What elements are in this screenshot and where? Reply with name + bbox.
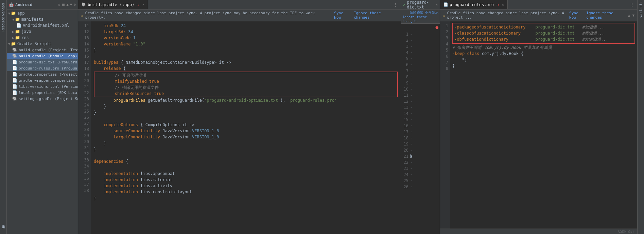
tree-label: gradle.properties (Project Pro... [19,72,78,77]
tree-item-libs-versions[interactable]: 📄 libs.versions.toml (Version Cat... [7,83,78,90]
tree-item-gradle-scripts[interactable]: ▼ 📁 Gradle Scripts [7,41,78,47]
code-line: # 保留并不混淆 com.yrj.dy.Hook 类及其所有成员 [452,44,635,51]
code-line: implementation libs.appcompat [94,171,398,177]
tree-item-gradle-wrapper[interactable]: 📄 gradle-wrapper.properties (G... [7,77,78,83]
tab-label: build.gradle (:app) [88,2,134,7]
tree-item-build-gradle-module[interactable]: 🐘 build.gradle (Module :app) [7,53,78,59]
code-line: -keep class com.yrj.dy.Hook { [452,51,635,57]
scroll-down-icon[interactable]: ▼ [632,13,634,18]
code-line: targetSdk 34 [94,29,398,35]
rules-code-content[interactable]: -packageobfuscationdictionary proguard-d… [450,21,637,229]
tab-label-dic: proguard-dic.txt [407,0,433,9]
code-line: minSdk 24 [94,23,398,29]
tab-more-btn-right[interactable]: ⋮ [627,2,637,7]
code-line: minifyEnabled true [95,78,397,84]
code-line: implementation libs.activity [94,183,398,189]
error-indicator: ● [401,24,440,31]
sync-now-link-right[interactable]: Sync Now [569,11,584,20]
tree-item-app[interactable]: ▼ 📁 app [7,10,78,16]
tab-close-rules[interactable]: ✕ [502,3,504,6]
code-line: } [94,110,398,116]
chevron-right-icon: ▶ [12,30,14,34]
tab-close-dic[interactable]: ✕ [436,3,438,6]
dic-no-show-text: 不再显示 [425,10,438,15]
sync-now-link[interactable]: Sync Now [334,11,352,20]
tab-build-gradle[interactable]: 🐘 build.gradle (:app) → ✕ [78,0,148,9]
code-line: compileOptions { CompileOptions it -> [94,122,398,128]
code-line: shrinkResources true [95,91,397,97]
line-numbers-right: 12345 678 [440,21,450,229]
notification-text-right: Gradle files have changed since last pro… [447,11,567,20]
gradle-icon: 🐘 [12,54,17,58]
tree-item-androidmanifest[interactable]: 📄 AndroidManifest.xml [7,22,78,28]
right-toolbar: variants [637,0,644,234]
tree-item-settings-gradle[interactable]: 🐘 settings.gradle (Project Setting... [7,96,78,102]
dic-notification: 陌陌通知 不再显示 Ignore these changes [401,9,440,24]
proguard-file-icon: 📄 [443,2,448,7]
dic-content[interactable]: 12345 678910 1112131415 1617181920 21222… [401,31,440,234]
tree-item-proguard-rules[interactable]: 📄 proguard-rules.pro (ProGuard... [7,65,78,71]
folder-icon: 📁 [11,11,16,16]
ignore-changes-link[interactable]: Ignore these changes [354,11,398,20]
code-line: // 移除无用的资源文件 [95,84,397,91]
folder-icon: 📁 [15,17,20,22]
tab-proguard-dic[interactable]: ✓ proguard-dic.txt ✕ [401,0,440,9]
properties-icon: 📄 [12,72,17,77]
code-line: -packageobfuscationdictionary proguard-d… [454,24,633,30]
tree-item-build-gradle-project[interactable]: 🐘 build.gradle (Project: Test) [7,47,78,53]
warn-icon-right: ⚠ [443,13,445,18]
tab-more-btn[interactable]: ⋮ [390,2,401,7]
tree-item-proguard-dic[interactable]: 📄 proguard-dic.txt (ProGuard Ru... [7,59,78,65]
ignore-changes-dic[interactable]: Ignore these changes [402,15,438,23]
code-line: } [452,63,635,69]
tree-item-java[interactable]: ▶ 📁 java [7,28,78,35]
chevron-down-icon: ▼ [8,12,10,15]
tree-label: libs.versions.toml (Version Cat... [19,84,78,89]
error-dot-icon: ● [436,24,438,30]
tree-label: res [21,35,29,40]
line-numbers-left: 1112131415 1617181920 2122232425 2627282… [78,21,91,234]
code-line: // 开启代码混淆 [95,72,397,78]
ignore-changes-link-right[interactable]: Ignore these changes [586,11,624,20]
tree-item-gradle-properties[interactable]: 📄 gradle.properties (Project Pro... [7,71,78,77]
proguard-dic-panel: ✓ proguard-dic.txt ✕ 陌陌通知 不再显示 Ignore th… [401,0,440,234]
notification-text: Gradle files have changed since last pro… [85,11,332,20]
code-line: implementation libs.material [94,177,398,183]
tree-label: java [21,29,31,34]
tree-label: gradle-wrapper.properties (G... [19,78,78,83]
project-sidebar: 🤖 Android ⚙ ☰ ▲ ▼ ⚙ ▼ 📁 app ▼ 📁 manifest… [7,0,78,234]
red-arrow-icon: → [136,1,140,8]
proguard-rules-panel: 📄 proguard-rules.pro → ✕ ⋮ ⚠ Gradle file… [440,0,637,234]
sidebar-up-icon[interactable]: ▲ [66,2,69,7]
notification-bar-left: ⚠ Gradle files have changed since last p… [78,9,401,21]
sidebar-list-icon[interactable]: ☰ [62,2,65,7]
editor-area: 🐘 build.gradle (:app) → ✕ ⋮ ⚠ Gradle fil… [78,0,637,234]
code-content-left[interactable]: minSdk 24 targetSdk 34 versionCode 1 ver… [91,21,401,234]
tree-item-res[interactable]: ▶ 📁 res [7,35,78,41]
check-icon: ✓ [403,2,405,7]
resource-manager-btn[interactable]: Resource Manager [1,1,6,33]
notification-bar-right: ⚠ Gradle files have changed since last p… [440,9,637,21]
code-line: -classobfuscationdictionary proguard-dic… [454,30,633,36]
code-line [94,164,398,171]
tree-label: proguard-dic.txt (ProGuard Ru... [19,60,78,64]
code-line: versionCode 1 [94,35,398,41]
sidebar-settings-icon[interactable]: ⚙ [58,2,60,7]
tree-label: AndroidManifest.xml [23,23,69,28]
tree-item-local-properties[interactable]: 📄 local.properties (SDK Location... [7,90,78,96]
sidebar-gear-icon[interactable]: ⚙ [73,2,76,7]
project-title: Android [15,2,33,7]
gradle-file-icon: 🐘 [82,2,86,7]
bookmarks-btn[interactable]: 书签 [0,230,6,233]
tree-item-manifests[interactable]: ▼ 📁 manifests [7,16,78,22]
tab-proguard-rules[interactable]: 📄 proguard-rules.pro → ✕ [440,0,508,9]
scroll-up-icon[interactable]: ▲ [628,13,630,18]
rules-highlighted-block: -packageobfuscationdictionary proguard-d… [452,23,635,44]
code-line: -obfuscationdictionary proguard-dic.txt … [454,36,633,42]
code-line: implementation libs.constraintlayout [94,189,398,195]
tab-close-btn[interactable]: ✕ [142,3,144,6]
properties-icon: 📄 [12,90,17,95]
code-line: } [94,195,398,201]
sidebar-down-icon[interactable]: ▼ [70,2,72,7]
variants-btn[interactable]: variants [639,1,643,18]
